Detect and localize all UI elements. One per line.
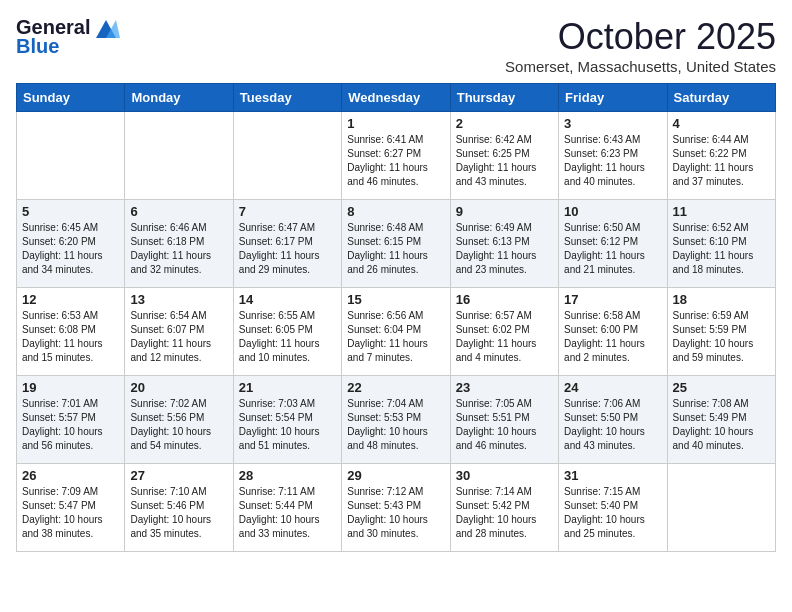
calendar-cell [17,112,125,200]
calendar-cell: 8Sunrise: 6:48 AM Sunset: 6:15 PM Daylig… [342,200,450,288]
calendar-cell: 4Sunrise: 6:44 AM Sunset: 6:22 PM Daylig… [667,112,775,200]
day-info: Sunrise: 7:11 AM Sunset: 5:44 PM Dayligh… [239,485,336,541]
calendar-cell: 5Sunrise: 6:45 AM Sunset: 6:20 PM Daylig… [17,200,125,288]
calendar-cell: 23Sunrise: 7:05 AM Sunset: 5:51 PM Dayli… [450,376,558,464]
day-info: Sunrise: 6:42 AM Sunset: 6:25 PM Dayligh… [456,133,553,189]
calendar-cell: 3Sunrise: 6:43 AM Sunset: 6:23 PM Daylig… [559,112,667,200]
day-number: 2 [456,116,553,131]
day-number: 3 [564,116,661,131]
day-info: Sunrise: 6:44 AM Sunset: 6:22 PM Dayligh… [673,133,770,189]
calendar-cell: 13Sunrise: 6:54 AM Sunset: 6:07 PM Dayli… [125,288,233,376]
day-number: 20 [130,380,227,395]
calendar-cell [125,112,233,200]
calendar-cell: 22Sunrise: 7:04 AM Sunset: 5:53 PM Dayli… [342,376,450,464]
calendar-cell: 25Sunrise: 7:08 AM Sunset: 5:49 PM Dayli… [667,376,775,464]
day-info: Sunrise: 7:05 AM Sunset: 5:51 PM Dayligh… [456,397,553,453]
calendar-day-header: Friday [559,84,667,112]
day-info: Sunrise: 6:58 AM Sunset: 6:00 PM Dayligh… [564,309,661,365]
day-info: Sunrise: 6:49 AM Sunset: 6:13 PM Dayligh… [456,221,553,277]
day-info: Sunrise: 7:04 AM Sunset: 5:53 PM Dayligh… [347,397,444,453]
calendar-day-header: Monday [125,84,233,112]
day-info: Sunrise: 7:10 AM Sunset: 5:46 PM Dayligh… [130,485,227,541]
calendar-cell: 17Sunrise: 6:58 AM Sunset: 6:00 PM Dayli… [559,288,667,376]
calendar-week-row: 1Sunrise: 6:41 AM Sunset: 6:27 PM Daylig… [17,112,776,200]
day-number: 13 [130,292,227,307]
day-number: 5 [22,204,119,219]
day-info: Sunrise: 7:06 AM Sunset: 5:50 PM Dayligh… [564,397,661,453]
day-number: 21 [239,380,336,395]
day-info: Sunrise: 6:48 AM Sunset: 6:15 PM Dayligh… [347,221,444,277]
day-number: 17 [564,292,661,307]
day-info: Sunrise: 6:41 AM Sunset: 6:27 PM Dayligh… [347,133,444,189]
day-info: Sunrise: 6:47 AM Sunset: 6:17 PM Dayligh… [239,221,336,277]
calendar-day-header: Saturday [667,84,775,112]
day-info: Sunrise: 6:52 AM Sunset: 6:10 PM Dayligh… [673,221,770,277]
calendar-cell: 7Sunrise: 6:47 AM Sunset: 6:17 PM Daylig… [233,200,341,288]
calendar-cell: 16Sunrise: 6:57 AM Sunset: 6:02 PM Dayli… [450,288,558,376]
day-info: Sunrise: 7:02 AM Sunset: 5:56 PM Dayligh… [130,397,227,453]
day-number: 18 [673,292,770,307]
day-info: Sunrise: 6:59 AM Sunset: 5:59 PM Dayligh… [673,309,770,365]
day-number: 19 [22,380,119,395]
calendar-cell: 11Sunrise: 6:52 AM Sunset: 6:10 PM Dayli… [667,200,775,288]
calendar-cell: 6Sunrise: 6:46 AM Sunset: 6:18 PM Daylig… [125,200,233,288]
calendar-day-header: Sunday [17,84,125,112]
day-info: Sunrise: 7:14 AM Sunset: 5:42 PM Dayligh… [456,485,553,541]
calendar-cell: 1Sunrise: 6:41 AM Sunset: 6:27 PM Daylig… [342,112,450,200]
day-number: 6 [130,204,227,219]
calendar-cell [667,464,775,552]
day-number: 26 [22,468,119,483]
day-number: 22 [347,380,444,395]
day-number: 11 [673,204,770,219]
calendar-cell: 27Sunrise: 7:10 AM Sunset: 5:46 PM Dayli… [125,464,233,552]
day-number: 28 [239,468,336,483]
calendar-cell: 24Sunrise: 7:06 AM Sunset: 5:50 PM Dayli… [559,376,667,464]
day-number: 4 [673,116,770,131]
day-number: 10 [564,204,661,219]
calendar-cell: 15Sunrise: 6:56 AM Sunset: 6:04 PM Dayli… [342,288,450,376]
calendar-cell: 29Sunrise: 7:12 AM Sunset: 5:43 PM Dayli… [342,464,450,552]
day-info: Sunrise: 7:15 AM Sunset: 5:40 PM Dayligh… [564,485,661,541]
calendar-day-header: Tuesday [233,84,341,112]
calendar-day-header: Thursday [450,84,558,112]
day-number: 16 [456,292,553,307]
day-info: Sunrise: 6:53 AM Sunset: 6:08 PM Dayligh… [22,309,119,365]
calendar-week-row: 12Sunrise: 6:53 AM Sunset: 6:08 PM Dayli… [17,288,776,376]
calendar-cell: 9Sunrise: 6:49 AM Sunset: 6:13 PM Daylig… [450,200,558,288]
day-number: 8 [347,204,444,219]
day-number: 7 [239,204,336,219]
calendar-cell: 14Sunrise: 6:55 AM Sunset: 6:05 PM Dayli… [233,288,341,376]
title-block: October 2025 Somerset, Massachusetts, Un… [505,16,776,75]
day-info: Sunrise: 6:50 AM Sunset: 6:12 PM Dayligh… [564,221,661,277]
calendar-cell: 31Sunrise: 7:15 AM Sunset: 5:40 PM Dayli… [559,464,667,552]
day-info: Sunrise: 7:08 AM Sunset: 5:49 PM Dayligh… [673,397,770,453]
day-info: Sunrise: 7:03 AM Sunset: 5:54 PM Dayligh… [239,397,336,453]
day-number: 1 [347,116,444,131]
day-number: 14 [239,292,336,307]
day-info: Sunrise: 6:45 AM Sunset: 6:20 PM Dayligh… [22,221,119,277]
day-info: Sunrise: 6:43 AM Sunset: 6:23 PM Dayligh… [564,133,661,189]
day-info: Sunrise: 6:46 AM Sunset: 6:18 PM Dayligh… [130,221,227,277]
location-title: Somerset, Massachusetts, United States [505,58,776,75]
day-info: Sunrise: 7:01 AM Sunset: 5:57 PM Dayligh… [22,397,119,453]
day-number: 25 [673,380,770,395]
day-number: 12 [22,292,119,307]
calendar-week-row: 19Sunrise: 7:01 AM Sunset: 5:57 PM Dayli… [17,376,776,464]
day-number: 29 [347,468,444,483]
day-number: 15 [347,292,444,307]
logo-blue-text: Blue [16,35,59,58]
logo: General Blue [16,16,120,58]
calendar-header-row: SundayMondayTuesdayWednesdayThursdayFrid… [17,84,776,112]
day-number: 23 [456,380,553,395]
calendar-day-header: Wednesday [342,84,450,112]
calendar-cell: 21Sunrise: 7:03 AM Sunset: 5:54 PM Dayli… [233,376,341,464]
calendar-cell: 18Sunrise: 6:59 AM Sunset: 5:59 PM Dayli… [667,288,775,376]
day-number: 27 [130,468,227,483]
calendar-cell: 26Sunrise: 7:09 AM Sunset: 5:47 PM Dayli… [17,464,125,552]
day-info: Sunrise: 7:12 AM Sunset: 5:43 PM Dayligh… [347,485,444,541]
day-info: Sunrise: 6:56 AM Sunset: 6:04 PM Dayligh… [347,309,444,365]
calendar-cell: 2Sunrise: 6:42 AM Sunset: 6:25 PM Daylig… [450,112,558,200]
day-number: 30 [456,468,553,483]
day-info: Sunrise: 6:57 AM Sunset: 6:02 PM Dayligh… [456,309,553,365]
logo-icon [92,20,120,38]
